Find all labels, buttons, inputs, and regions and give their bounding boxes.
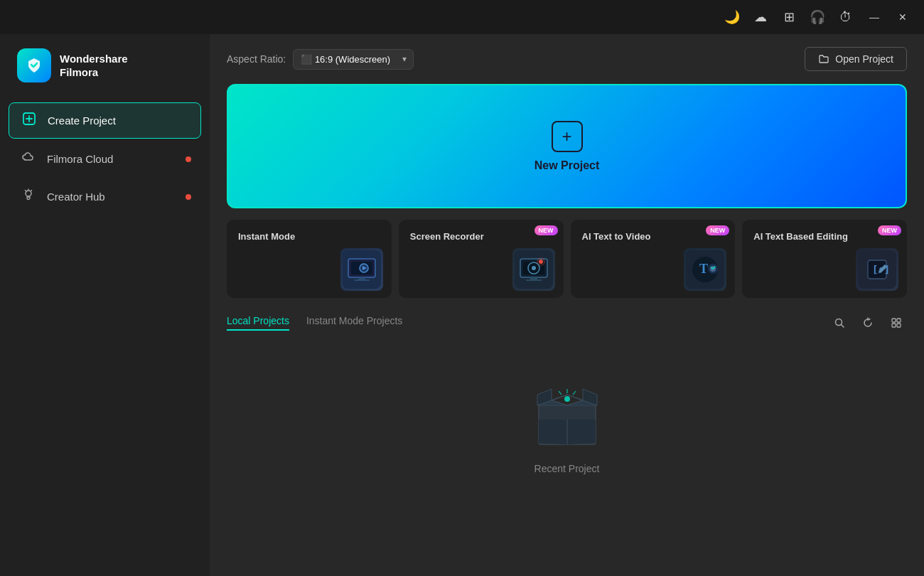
svg-text:T: T <box>699 262 708 276</box>
aspect-ratio-group: Aspect Ratio: ⬛ 16:9 (Widescreen) 9:16 (… <box>227 49 414 70</box>
open-project-label: Open Project <box>835 53 893 65</box>
svg-point-37 <box>564 396 570 402</box>
content-topbar: Aspect Ratio: ⬛ 16:9 (Widescreen) 9:16 (… <box>210 34 924 84</box>
app-logo: Wondershare Filmora <box>0 48 210 102</box>
instant-mode-icon <box>340 248 383 291</box>
tab-local-projects[interactable]: Local Projects <box>227 315 289 331</box>
feature-card-ai-text-editing[interactable]: NEW AI Text Based Editing [•] <box>742 220 907 298</box>
sidebar-nav: Create Project Filmora Cloud <box>0 102 210 214</box>
new-project-plus-icon: + <box>552 121 583 152</box>
feature-card-instant-mode[interactable]: Instant Mode <box>227 220 392 298</box>
open-project-button[interactable]: Open Project <box>805 47 907 71</box>
title-bar: 🌙 ☁ ⊞ 🎧 ⏱ — ✕ <box>0 0 924 34</box>
refresh-icon <box>862 317 874 329</box>
svg-rect-19 <box>530 277 537 279</box>
feature-cards-row: Instant Mode NEW Screen Recorde <box>210 220 924 298</box>
feature-card-ai-text-video[interactable]: NEW AI Text to Video T <box>571 220 736 298</box>
svg-line-6 <box>26 191 26 191</box>
aspect-ratio-label: Aspect Ratio: <box>227 53 286 65</box>
sidebar-item-filmora-cloud[interactable]: Filmora Cloud <box>9 142 201 176</box>
minimize-button[interactable]: — <box>864 7 884 27</box>
svg-point-18 <box>532 266 536 270</box>
logo-icon <box>17 48 51 82</box>
tabs-right <box>829 312 907 334</box>
svg-line-5 <box>31 191 32 191</box>
timer-icon[interactable]: ⏱ <box>836 7 856 27</box>
close-button[interactable]: ✕ <box>893 7 913 27</box>
projects-tabs-bar: Local Projects Instant Mode Projects <box>227 312 907 334</box>
feature-card-screen-recorder[interactable]: NEW Screen Recorder <box>399 220 564 298</box>
tab-instant-mode-projects[interactable]: Instant Mode Projects <box>306 315 402 331</box>
svg-rect-20 <box>526 279 542 281</box>
create-project-label: Create Project <box>48 114 116 127</box>
ai-text-editing-label: AI Text Based Editing <box>753 231 896 242</box>
app-name: Wondershare Filmora <box>60 52 128 80</box>
filmora-cloud-dot <box>186 156 191 162</box>
empty-box-illustration <box>525 373 610 452</box>
ai-text-video-label: AI Text to Video <box>582 231 724 242</box>
empty-projects-state: Recent Project <box>227 345 907 503</box>
svg-rect-33 <box>897 319 901 322</box>
sidebar-item-create-project[interactable]: Create Project <box>9 102 201 139</box>
tabs-left: Local Projects Instant Mode Projects <box>227 315 402 331</box>
instant-mode-label: Instant Mode <box>238 231 380 242</box>
screen-recorder-label: Screen Recorder <box>410 231 552 242</box>
svg-line-39 <box>573 391 576 395</box>
svg-rect-32 <box>892 319 896 322</box>
projects-section: Local Projects Instant Mode Projects <box>210 312 924 576</box>
svg-point-21 <box>539 260 543 264</box>
svg-rect-35 <box>897 324 901 327</box>
folder-icon <box>818 53 829 65</box>
creator-hub-label: Creator Hub <box>47 191 105 203</box>
main-layout: Wondershare Filmora Create Project <box>0 34 924 576</box>
search-projects-button[interactable] <box>829 312 850 334</box>
svg-rect-10 <box>358 277 365 279</box>
cloud-icon <box>20 150 37 168</box>
svg-rect-11 <box>354 279 370 281</box>
screen-recorder-icon <box>512 248 555 291</box>
search-icon <box>834 317 845 329</box>
grid-view-icon <box>891 317 902 329</box>
creator-hub-dot <box>186 194 191 200</box>
grid-view-button[interactable] <box>886 312 907 334</box>
ai-text-video-badge: NEW <box>706 225 729 235</box>
new-project-label: New Project <box>534 159 600 172</box>
content-area: Aspect Ratio: ⬛ 16:9 (Widescreen) 9:16 (… <box>210 34 924 576</box>
aspect-select-wrapper: ⬛ 16:9 (Widescreen) 9:16 (Portrait) 1:1 … <box>293 49 414 70</box>
ai-text-editing-badge: NEW <box>878 225 901 235</box>
ai-text-editing-icon: [•] <box>856 248 898 291</box>
aspect-ratio-select[interactable]: ⬛ 16:9 (Widescreen) 9:16 (Portrait) 1:1 … <box>293 49 414 70</box>
ai-text-video-icon: T <box>684 248 726 291</box>
svg-line-31 <box>842 325 844 328</box>
grid-icon[interactable]: ⊞ <box>779 7 799 27</box>
filmora-cloud-label: Filmora Cloud <box>47 153 113 165</box>
moon-icon[interactable]: 🌙 <box>722 7 742 27</box>
lightbulb-icon <box>20 188 37 206</box>
empty-state-text: Recent Project <box>534 463 600 474</box>
cloud-upload-icon[interactable]: ☁ <box>751 7 770 27</box>
sidebar-item-creator-hub[interactable]: Creator Hub <box>9 179 201 214</box>
create-project-icon <box>21 112 38 129</box>
svg-rect-34 <box>892 324 896 327</box>
refresh-projects-button[interactable] <box>857 312 879 334</box>
headset-icon[interactable]: 🎧 <box>807 7 827 27</box>
svg-line-40 <box>559 391 562 395</box>
screen-recorder-badge: NEW <box>534 225 558 235</box>
sidebar: Wondershare Filmora Create Project <box>0 34 210 576</box>
new-project-banner[interactable]: + New Project <box>227 84 907 208</box>
svg-point-3 <box>26 191 31 196</box>
